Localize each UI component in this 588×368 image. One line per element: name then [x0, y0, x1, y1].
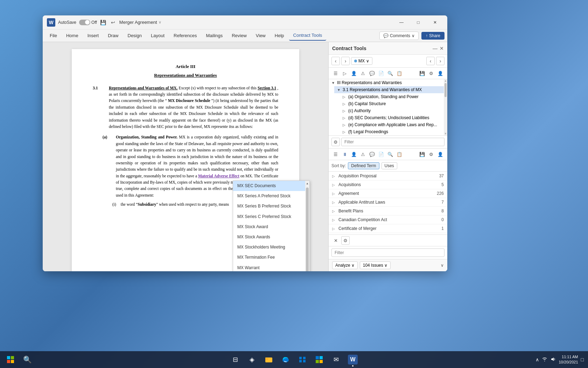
panel-icon-pause[interactable]: ⏸	[341, 150, 349, 158]
tab-references[interactable]: References	[169, 31, 201, 40]
panel-icon-user-2[interactable]: 👤	[436, 150, 444, 158]
taskbar-edge[interactable]	[278, 352, 293, 367]
tree-item-c[interactable]: ▷ (c) Authority	[340, 107, 447, 114]
panel-minimize-button[interactable]: —	[433, 46, 438, 51]
material-adverse-link[interactable]: Material Adverse Effect	[198, 174, 239, 178]
panel-icon-person[interactable]: 👤	[350, 69, 358, 77]
tree-scroll-up[interactable]: ▲	[444, 79, 447, 82]
panel-nav-right[interactable]: ›	[436, 57, 444, 65]
panel-icon-user[interactable]: 👤	[436, 69, 444, 77]
issues-button[interactable]: 104 Issues ∨	[360, 261, 391, 269]
taskbar-file-explorer[interactable]	[261, 352, 276, 367]
dropdown-item-3[interactable]: MX Series C Preferred Stock	[233, 212, 309, 222]
tab-help[interactable]: Help	[271, 31, 288, 40]
tab-contract-tools[interactable]: Contract Tools	[289, 30, 327, 41]
panel-icon-comment[interactable]: 💬	[368, 69, 376, 77]
panel-icon-clipboard[interactable]: 📋	[395, 69, 404, 77]
panel-icon-play[interactable]: ▷	[341, 69, 349, 77]
panel-icon-list-2[interactable]: ☰	[331, 150, 340, 158]
panel-nav-left[interactable]: ‹	[426, 57, 435, 65]
tray-network-icon[interactable]	[542, 356, 547, 363]
dropdown-item-8[interactable]: MX Warrant	[233, 263, 309, 272]
sort-uses-button[interactable]: Uses	[382, 162, 397, 169]
document-area[interactable]: Article III Representations and Warranti…	[43, 42, 328, 271]
nav-prev-button[interactable]: ‹	[331, 57, 340, 65]
dropdown-item-7[interactable]: MX Termination Fee	[233, 252, 309, 263]
taskbar-word[interactable]: W	[345, 352, 360, 367]
panel-icon-clipboard-2[interactable]: 📋	[395, 150, 404, 158]
tree-scrollbar[interactable]: ▲ ▼	[444, 79, 447, 135]
filter-input-1[interactable]	[341, 138, 444, 146]
term-certificate-merger[interactable]: ▷ Certificate of Merger 1	[329, 224, 447, 233]
taskbar-file-manager[interactable]	[295, 352, 310, 367]
dropdown-item-1[interactable]: MX Series A Preferred Stock	[233, 191, 309, 201]
tree-item-b[interactable]: ▷ (b) Capital Structure	[340, 100, 447, 107]
comments-button[interactable]: 💬 Comments ∨	[379, 32, 419, 40]
term-benefit-plans[interactable]: ▷ Benefit Plans 8	[329, 207, 447, 216]
maximize-button[interactable]: □	[410, 17, 426, 28]
panel-icon-list[interactable]: ☰	[331, 69, 340, 77]
tab-file[interactable]: File	[46, 31, 61, 40]
panel-icon-alert-2[interactable]: ⚠	[359, 150, 367, 158]
term-acquisition-proposal[interactable]: ▷ Acquisition Proposal 37	[329, 172, 447, 180]
panel-close-button[interactable]: ✕	[440, 46, 444, 51]
minimize-button[interactable]: —	[393, 17, 410, 28]
autocomplete-dropdown[interactable]: MX SEC Documents MX Series A Preferred S…	[233, 180, 310, 271]
tree-item-e[interactable]: ▷ (e) Compliance with Applicable Laws an…	[340, 121, 447, 128]
term-applicable-antitrust[interactable]: ▷ Applicable Antitrust Laws 7	[329, 198, 447, 207]
tree-scroll-down[interactable]: ▼	[444, 132, 447, 135]
panel-icon-alert[interactable]: ⚠	[359, 69, 367, 77]
panel-icon-gear[interactable]: ⚙	[427, 69, 435, 77]
bottom-gear-button[interactable]: ⚙	[341, 236, 350, 245]
system-clock[interactable]: 11:11 AM 10/20/2021	[559, 354, 578, 365]
dropdown-item-6[interactable]: MX Stockholders Meeting	[233, 242, 309, 252]
share-button[interactable]: ↑ Share	[421, 32, 444, 40]
tray-chevron-icon[interactable]: ∧	[536, 357, 539, 362]
tree-item-3-1[interactable]: ▼ 3.1 Representations and Warranties of …	[334, 86, 447, 93]
panel-icon-search[interactable]: 🔍	[386, 69, 394, 77]
undo-toolbar-icon[interactable]: ↩	[110, 19, 117, 26]
tree-item-a[interactable]: ▷ (a) Organization, Standing and Power	[340, 93, 447, 100]
autosave-toggle[interactable]: Off	[79, 20, 97, 25]
sort-defined-term-button[interactable]: Defined Term	[348, 162, 379, 169]
bottom-close-icon[interactable]: ✕	[331, 236, 340, 245]
taskbar-store[interactable]	[312, 352, 327, 367]
filter-input-2[interactable]	[331, 248, 444, 257]
panel-icon-gear-2[interactable]: ⚙	[427, 150, 435, 158]
term-acquisitions[interactable]: ▷ Acquisitions 5	[329, 180, 447, 189]
panel-icon-save[interactable]: 💾	[418, 69, 426, 77]
expand-button[interactable]: ∨	[441, 263, 444, 268]
tree-root-item[interactable]: ▼ III Representations and Warranties	[329, 79, 447, 86]
dropdown-scrollbar[interactable]: ▲ ▼	[305, 181, 309, 271]
dropdown-item-5[interactable]: MX Stock Awards	[233, 232, 309, 242]
search-taskbar-button[interactable]: 🔍	[20, 352, 35, 367]
panel-icon-search-2[interactable]: 🔍	[386, 150, 394, 158]
dropdown-item-2[interactable]: MX Series B Preferred Stock	[233, 201, 309, 211]
tab-view[interactable]: View	[252, 31, 270, 40]
panel-icon-save-2[interactable]: 💾	[418, 150, 426, 158]
start-button[interactable]	[3, 352, 18, 367]
tab-layout[interactable]: Layout	[147, 31, 169, 40]
panel-icon-doc[interactable]: 📄	[377, 69, 385, 77]
tab-insert[interactable]: Insert	[83, 31, 103, 40]
panel-icon-comment-2[interactable]: 💬	[368, 150, 376, 158]
panel-icon-person-2[interactable]: 👤	[350, 150, 358, 158]
term-canadian-competition[interactable]: ▷ Canadian Competition Act 0	[329, 216, 447, 224]
tab-design[interactable]: Design	[124, 31, 146, 40]
dropdown-item-0[interactable]: MX SEC Documents	[233, 181, 309, 191]
tree-item-f[interactable]: ▷ (f) Legal Proceedings	[340, 128, 447, 135]
taskbar-teams[interactable]: ◈	[244, 352, 260, 367]
term-agreement[interactable]: ▷ Agreement 226	[329, 189, 447, 198]
tray-volume-icon[interactable]	[550, 356, 556, 363]
filter-gear-button[interactable]: ⚙	[331, 138, 340, 146]
scroll-up-arrow[interactable]: ▲	[305, 181, 309, 187]
tab-mailings[interactable]: Mailings	[202, 31, 227, 40]
close-button[interactable]: ✕	[427, 17, 443, 28]
tray-notification-icon[interactable]: □	[581, 357, 584, 362]
save-toolbar-icon[interactable]: 💾	[100, 19, 107, 26]
tab-draw[interactable]: Draw	[104, 31, 122, 40]
tab-home[interactable]: Home	[62, 31, 83, 40]
panel-icon-doc-2[interactable]: 📄	[377, 150, 385, 158]
nav-next-button[interactable]: ›	[341, 57, 350, 65]
taskbar-widget[interactable]: ⊟	[227, 352, 243, 367]
